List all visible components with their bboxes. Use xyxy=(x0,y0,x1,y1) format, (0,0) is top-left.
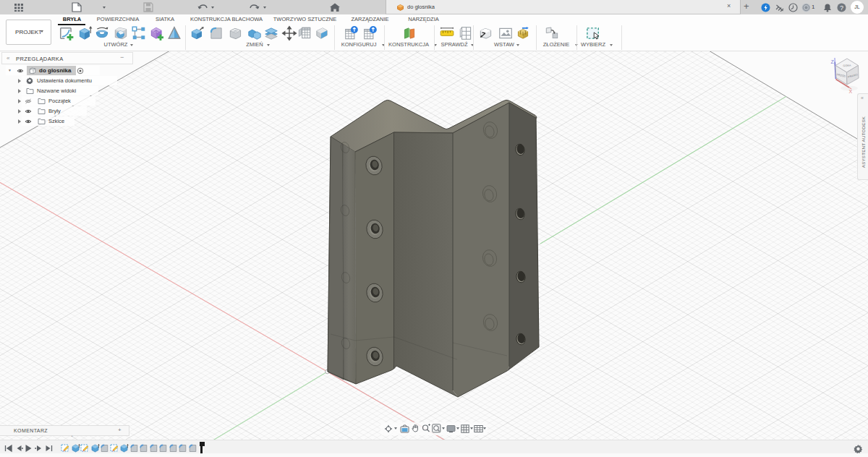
svg-text:?: ? xyxy=(840,4,843,12)
svg-text:Z: Z xyxy=(831,59,835,64)
svg-text:GÓRA: GÓRA xyxy=(843,64,851,68)
svg-text:X: X xyxy=(849,89,853,94)
